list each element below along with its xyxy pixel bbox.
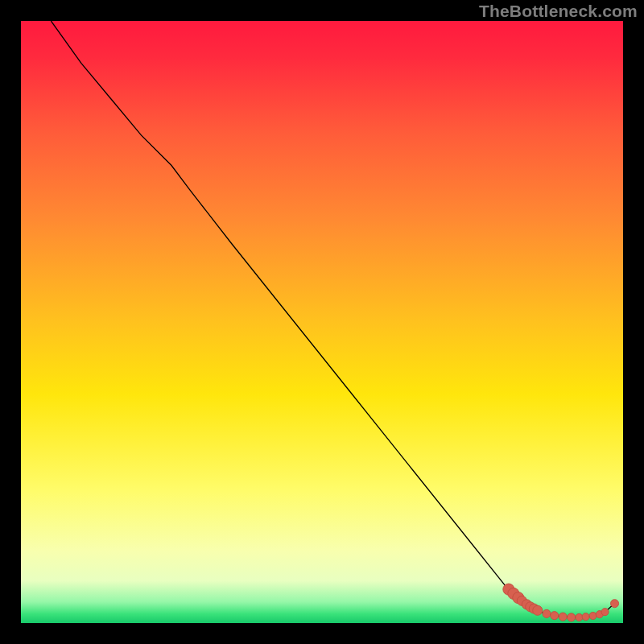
data-point	[551, 612, 559, 620]
data-point	[576, 613, 583, 621]
data-point	[582, 613, 589, 621]
data-point	[543, 609, 551, 617]
bottleneck-chart	[21, 21, 623, 623]
data-point	[610, 600, 618, 608]
data-point	[533, 605, 543, 615]
data-point	[601, 609, 609, 616]
chart-stage: TheBottleneck.com	[0, 0, 644, 644]
data-point	[559, 613, 567, 621]
data-point	[568, 613, 576, 621]
gradient-bg	[21, 21, 623, 623]
data-point	[589, 612, 597, 619]
watermark-text: TheBottleneck.com	[479, 2, 638, 21]
